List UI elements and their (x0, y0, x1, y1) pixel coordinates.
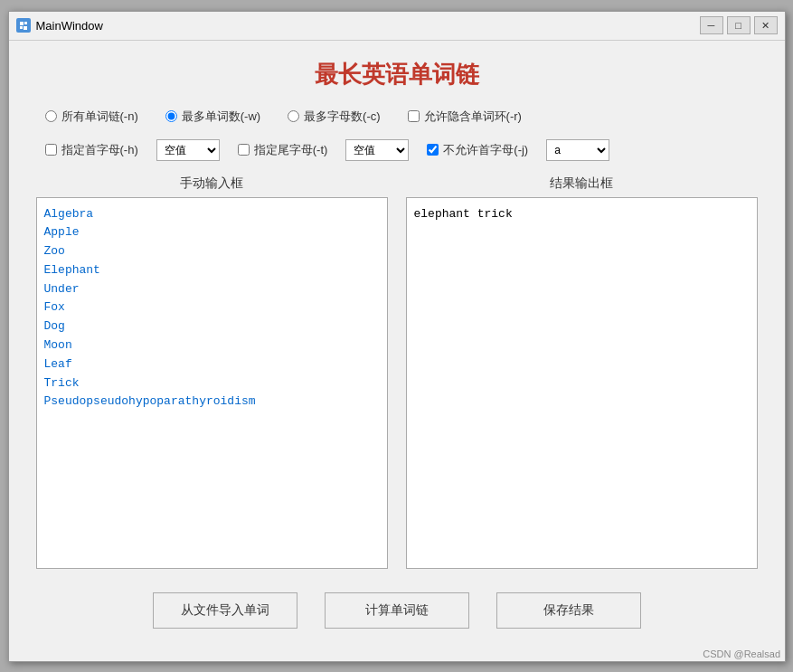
option-allow-ring[interactable]: 允许隐含单词环(-r) (408, 109, 522, 125)
svg-rect-3 (24, 26, 27, 30)
options-row-1: 所有单词链(-n) 最多单词数(-w) 最多字母数(-c) 允许隐含单词环(-r… (36, 109, 758, 125)
calculate-button[interactable]: 计算单词链 (325, 592, 469, 629)
checkbox-tail-char[interactable] (238, 144, 250, 156)
title-bar: MainWindow ─ □ ✕ (9, 12, 785, 41)
checkbox-no-start-char[interactable] (427, 144, 439, 156)
window-icon (16, 18, 31, 33)
checkbox-allow-ring[interactable] (408, 110, 420, 122)
head-char-select[interactable]: 空值 a b c (156, 139, 220, 161)
content-area: 最长英语单词链 所有单词链(-n) 最多单词数(-w) 最多字母数(-c) 允许… (9, 41, 785, 661)
input-panel-title: 手动输入框 (36, 175, 388, 192)
save-button[interactable]: 保存结果 (496, 592, 641, 629)
checkbox-head-char[interactable] (45, 144, 57, 156)
input-panel: 手动输入框 Algebra Apple Zoo Elephant Under F… (36, 175, 388, 569)
window-controls: ─ □ ✕ (700, 16, 778, 34)
minimize-button[interactable]: ─ (700, 16, 723, 34)
radio-all-chains[interactable] (45, 110, 57, 122)
svg-rect-2 (20, 26, 23, 29)
option-tail-char[interactable]: 指定尾字母(-t) (238, 142, 328, 158)
svg-rect-0 (20, 22, 24, 25)
options-row-2: 指定首字母(-h) 空值 a b c 指定尾字母(-t) 空值 a b c 不允… (36, 139, 758, 161)
import-button[interactable]: 从文件导入单词 (153, 592, 297, 629)
panels-container: 手动输入框 Algebra Apple Zoo Elephant Under F… (36, 175, 758, 569)
buttons-row: 从文件导入单词 计算单词链 保存结果 (36, 583, 758, 643)
option-head-char[interactable]: 指定首字母(-h) (45, 142, 138, 158)
watermark: CSDN @Realsad (703, 648, 780, 659)
output-panel-title: 结果输出框 (406, 175, 758, 192)
option-max-chars[interactable]: 最多字母数(-c) (288, 109, 381, 125)
radio-max-chars[interactable] (288, 110, 299, 122)
page-title: 最长英语单词链 (36, 59, 758, 90)
option-all-chains[interactable]: 所有单词链(-n) (45, 109, 138, 125)
option-max-words[interactable]: 最多单词数(-w) (165, 109, 260, 125)
option-no-start-char[interactable]: 不允许首字母(-j) (427, 142, 528, 158)
main-window: MainWindow ─ □ ✕ 最长英语单词链 所有单词链(-n) 最多单词数… (8, 11, 786, 662)
window-title: MainWindow (36, 19, 700, 33)
radio-max-words[interactable] (165, 110, 177, 122)
close-button[interactable]: ✕ (754, 16, 778, 34)
no-start-char-select[interactable]: a b c (546, 139, 609, 161)
output-panel: 结果输出框 elephant trick (406, 175, 758, 569)
svg-rect-1 (24, 22, 27, 24)
tail-char-select[interactable]: 空值 a b c (345, 139, 409, 161)
output-textarea[interactable]: elephant trick (406, 197, 758, 569)
input-textarea[interactable]: Algebra Apple Zoo Elephant Under Fox Dog… (36, 197, 388, 569)
maximize-button[interactable]: □ (727, 16, 751, 34)
